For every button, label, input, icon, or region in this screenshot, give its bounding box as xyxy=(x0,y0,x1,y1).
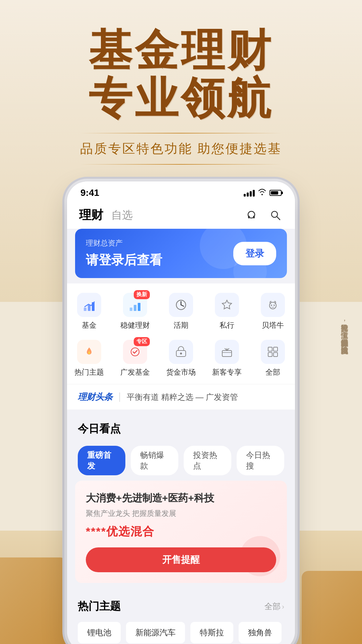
theme-tag-3[interactable]: 独角兽 xyxy=(239,622,282,643)
beitaaniu-icon xyxy=(261,293,285,317)
menu-label-quanbu: 全部 xyxy=(265,367,280,377)
svg-rect-8 xyxy=(130,308,132,311)
menu-item-xin[interactable]: 新客专享 xyxy=(204,336,249,381)
remen-icon xyxy=(77,340,101,364)
svg-rect-20 xyxy=(222,351,232,357)
svg-rect-6 xyxy=(88,305,90,311)
theme-tag-0[interactable]: 锂电池 xyxy=(78,622,121,643)
svg-rect-23 xyxy=(268,353,272,357)
phone-mockup: 9:41 xyxy=(67,181,295,644)
svg-rect-5 xyxy=(84,308,86,311)
hero-title-line2: 专业领航 xyxy=(0,75,362,123)
menu-label-huojin: 货金市场 xyxy=(166,367,196,377)
side-disclaimer: 投资皆有风险，应谨慎至于，以上有关易淘金办的功能介绍仅供参考，请以实际上线内容为… xyxy=(337,319,352,348)
svg-rect-1 xyxy=(248,216,250,218)
news-text: 平衡有道 精粹之选 — 广发资管 xyxy=(127,392,238,402)
banner-login-button[interactable]: 登录 xyxy=(233,242,276,265)
quanbu-icon xyxy=(261,340,285,364)
banner: 理财总资产 请登录后查看 登录 xyxy=(75,229,287,278)
menu-item-guangfa[interactable]: 专区 广发基金 xyxy=(113,336,158,381)
fund-card-title: 大消费+先进制造+医药+科技 xyxy=(86,491,276,505)
tab-jintire[interactable]: 今日热搜 xyxy=(237,446,284,475)
hero-section: 基金理财 专业领航 品质专区特色功能 助您便捷选基 xyxy=(0,0,362,165)
menu-item-jijin[interactable]: 基金 xyxy=(67,289,112,334)
menu-grid: 基金 换新 稳健理财 xyxy=(67,283,295,384)
menu-item-beitaaniu[interactable]: 贝塔牛 xyxy=(250,289,295,334)
fund-card-name: ****优选混合 xyxy=(86,524,276,539)
svg-point-19 xyxy=(180,353,182,355)
section-header: 今日看点 xyxy=(67,415,295,446)
hero-divider-bottom xyxy=(80,164,282,165)
wenjian-icon: 换新 xyxy=(123,293,147,317)
menu-label-huoqi: 活期 xyxy=(174,320,188,330)
menu-label-sixing: 私行 xyxy=(220,320,234,330)
theme-tag-1[interactable]: 新能源汽车 xyxy=(126,622,185,643)
menu-item-remen[interactable]: 热门主题 xyxy=(67,336,112,381)
fund-card-decoration xyxy=(240,536,280,576)
tab-zhongpang[interactable]: 重磅首发 xyxy=(78,446,125,475)
battery-icon xyxy=(269,190,282,196)
hero-divider-top xyxy=(80,133,282,133)
nav-left: 理财 自选 xyxy=(79,207,133,223)
hot-themes-title: 热门主题 xyxy=(78,599,121,614)
hot-themes-more[interactable]: 全部 › xyxy=(264,601,284,612)
nav-title-inactive[interactable]: 自选 xyxy=(111,208,133,223)
banner-label: 理财总资产 xyxy=(86,238,162,248)
menu-label-jijin: 基金 xyxy=(82,320,97,330)
huoqi-icon xyxy=(169,293,193,317)
hero-title-line1: 基金理财 xyxy=(0,27,362,75)
phone-wrapper: 9:41 xyxy=(0,181,362,644)
svg-rect-24 xyxy=(274,353,278,357)
svg-rect-21 xyxy=(268,347,272,351)
menu-item-sixing[interactable]: 私行 xyxy=(204,289,249,334)
signal-bars-icon xyxy=(244,189,255,197)
today-title: 今日看点 xyxy=(78,422,284,436)
banner-left: 理财总资产 请登录后查看 xyxy=(86,238,162,269)
tab-changxiao[interactable]: 畅销爆款 xyxy=(131,446,178,475)
menu-item-huoqi[interactable]: 活期 xyxy=(159,289,203,334)
menu-item-quanbu[interactable]: 全部 xyxy=(250,336,295,381)
status-icons xyxy=(244,189,282,197)
menu-item-wenjian[interactable]: 换新 稳健理财 xyxy=(113,289,158,334)
news-ticker[interactable]: 理财头条 平衡有道 精粹之选 — 广发资管 xyxy=(67,384,295,410)
svg-line-4 xyxy=(277,217,280,220)
battery-fill xyxy=(271,191,278,195)
svg-point-15 xyxy=(271,305,272,306)
hot-themes-section: 热门主题 全部 › 锂电池 新能源汽车 特斯拉 独角兽 xyxy=(67,592,295,644)
svg-point-14 xyxy=(269,302,276,309)
wifi-icon xyxy=(258,189,266,197)
hot-themes-more-label: 全部 xyxy=(264,601,281,612)
tab-touzi[interactable]: 投资热点 xyxy=(184,446,231,475)
svg-rect-22 xyxy=(274,347,278,351)
today-section: 今日看点 重磅首发 畅销爆款 投资热点 今日热搜 大消费+先进制造+医药+科技 … xyxy=(67,415,295,592)
svg-point-16 xyxy=(274,305,275,306)
jijin-icon xyxy=(77,293,101,317)
menu-label-remen: 热门主题 xyxy=(74,367,104,377)
sixing-icon xyxy=(215,293,239,317)
search-icon[interactable] xyxy=(268,208,283,223)
status-time: 9:41 xyxy=(80,187,99,198)
menu-label-beitaaniu: 贝塔牛 xyxy=(262,320,284,330)
hero-title: 基金理财 专业领航 xyxy=(0,27,362,123)
menu-label-guangfa: 广发基金 xyxy=(120,367,150,377)
badge-new: 换新 xyxy=(134,290,150,299)
svg-rect-9 xyxy=(134,305,136,311)
nav-bar: 理财 自选 xyxy=(67,202,295,229)
svg-rect-10 xyxy=(138,303,140,311)
nav-title-active[interactable]: 理财 xyxy=(79,207,103,223)
filter-tabs: 重磅首发 畅销爆款 投资热点 今日热搜 xyxy=(67,446,295,481)
chevron-right-icon: › xyxy=(282,603,284,610)
headphone-icon[interactable] xyxy=(244,208,259,223)
huojin-icon xyxy=(169,340,193,364)
menu-label-xin: 新客专享 xyxy=(212,367,242,377)
menu-item-huojin[interactable]: 货金市场 xyxy=(159,336,203,381)
menu-label-wenjian: 稳健理财 xyxy=(120,320,150,330)
badge-zone: 专区 xyxy=(134,337,150,346)
guangfa-icon: 专区 xyxy=(123,340,147,364)
nav-right xyxy=(244,208,283,223)
fund-card-subtitle: 聚焦产业龙头 把握质量发展 xyxy=(86,508,276,519)
svg-line-13 xyxy=(181,305,184,306)
theme-tag-2[interactable]: 特斯拉 xyxy=(190,622,233,643)
fund-card: 大消费+先进制造+医药+科技 聚焦产业龙头 把握质量发展 ****优选混合 开售… xyxy=(75,481,287,583)
theme-tags: 锂电池 新能源汽车 特斯拉 独角兽 xyxy=(67,616,295,644)
